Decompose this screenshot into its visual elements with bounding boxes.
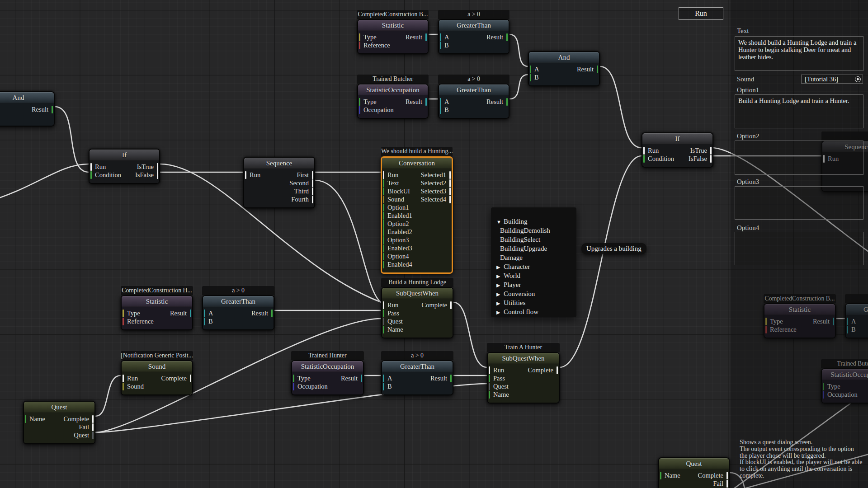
node-greaterthan-1[interactable]: a > 0GreaterThanAResultB [438,19,509,54]
menu-item-utilities[interactable]: ▶Utilities [491,298,576,307]
output-port-istrue[interactable] [710,147,712,155]
input-port-sound[interactable] [383,196,384,203]
node-header[interactable]: GreaterThan [439,20,509,31]
input-port-run[interactable] [383,171,384,179]
menu-item-conversion[interactable]: ▶Conversion [491,289,576,298]
node-header[interactable]: Conversation [382,158,452,169]
output-port-result[interactable] [361,375,362,382]
wire-bhl-tahrun[interactable] [453,302,487,367]
menu-item-damage[interactable]: Damage [491,253,576,262]
node-subquestwhen-1[interactable]: Build a Hunting LodgeSubQuestWhenRunComp… [381,287,453,338]
output-port-isfalse[interactable] [157,171,158,179]
input-port-a[interactable] [440,98,441,106]
node-header[interactable]: And [529,52,599,63]
input-port-enabled1[interactable] [383,212,384,220]
input-port-name[interactable] [660,472,661,479]
input-port-enabled4[interactable] [383,261,384,268]
node-header[interactable]: SubQuestWhen [488,353,559,364]
node-sequence-1[interactable]: SequenceRunFirstSecondThirdFourth [243,157,315,208]
output-port-third[interactable] [312,188,313,195]
node-header[interactable]: Sequence [244,158,314,169]
node-header[interactable]: And [0,92,54,103]
node-header[interactable]: StatisticOccupation [358,84,428,95]
input-port-condition[interactable] [90,171,92,179]
input-port-a[interactable] [530,66,531,73]
node-editor-canvas[interactable]: AndAResultBCompletedConstruction B...Sta… [0,0,868,488]
menu-item-world[interactable]: ▶World [491,271,576,280]
output-port-fourth[interactable] [312,196,313,203]
node-header[interactable]: StatisticOccupation [292,361,363,372]
input-port-pass[interactable] [489,375,490,382]
output-port-complete[interactable] [190,375,191,382]
node-header[interactable]: Quest [24,402,94,413]
option-input-1[interactable]: Build a Hunting Lodge and train a Hunter… [735,94,863,128]
output-port-selected2[interactable] [449,179,451,187]
input-port-blockui[interactable] [383,188,384,195]
input-port-quest[interactable] [383,318,384,325]
input-port-run[interactable] [123,375,124,382]
output-port-result[interactable] [271,310,273,317]
node-quest-1[interactable]: QuestNameCompleteFailQuest [23,401,95,444]
wire-and2-if2run[interactable] [600,66,642,148]
input-port-a[interactable] [204,310,205,317]
node-statisticoccupation-2[interactable]: Trained HunterStatisticOccupationTypeRes… [291,360,364,395]
input-port-name[interactable] [383,326,384,333]
node-greaterthan-2[interactable]: a > 0GreaterThanAResultB [438,84,509,119]
input-port-sound[interactable] [123,383,124,390]
input-port-b[interactable] [440,42,441,49]
node-header[interactable]: GreaterThan [439,84,509,95]
node-header[interactable]: Sound [122,361,192,372]
input-port-run[interactable] [489,366,490,374]
output-port-selected1[interactable] [449,171,451,179]
output-port-result[interactable] [506,98,508,106]
input-port-run[interactable] [643,147,645,155]
menu-item-building[interactable]: ▼Building [491,217,576,226]
output-port-result[interactable] [597,66,598,73]
output-port-result[interactable] [506,33,508,41]
node-statistic-2[interactable]: CompletedConstruction H...StatisticTypeR… [121,295,193,330]
node-header[interactable]: SubQuestWhen [382,288,453,299]
output-port-complete[interactable] [92,415,94,423]
output-port-selected4[interactable] [449,196,451,203]
node-greaterthan-4[interactable]: a > 0GreaterThanAResultB [381,360,453,395]
wire-seq1second-bhlrun[interactable] [315,180,381,302]
input-port-condition[interactable] [643,155,645,163]
node-header[interactable]: GreaterThan [203,296,274,307]
output-port-result[interactable] [190,310,191,317]
output-port-fail[interactable] [726,480,728,488]
output-port-fail[interactable] [92,423,94,431]
option-input-3[interactable] [735,186,863,220]
output-port-selected3[interactable] [449,188,451,195]
input-port-b[interactable] [204,318,205,325]
menu-item-player[interactable]: ▶Player [491,280,576,289]
input-port-type[interactable] [359,33,360,41]
input-port-pass[interactable] [383,310,384,317]
node-header[interactable]: Statistic [358,20,428,31]
input-port-a[interactable] [440,33,441,41]
input-port-a[interactable] [383,375,384,382]
input-port-occupation[interactable] [359,106,360,114]
node-and-2[interactable]: AndAResultB [528,51,600,86]
menu-item-buildingdemolish[interactable]: BuildingDemolish [491,226,576,235]
node-if-1[interactable]: IfRunIsTrueConditionIsFalse [89,149,160,184]
output-port-result[interactable] [425,33,427,41]
input-port-reference[interactable] [123,318,124,325]
node-statistic-1[interactable]: CompletedConstruction B...StatisticTypeR… [357,19,429,54]
node-header[interactable]: If [642,133,712,144]
wire-andleft-if1cond[interactable] [55,107,89,172]
node-statisticoccupation-1[interactable]: Trained ButcherStatisticOccupationTypeRe… [357,84,429,119]
input-port-b[interactable] [383,383,384,390]
input-port-type[interactable] [359,98,360,106]
input-port-type[interactable] [123,310,124,317]
node-header[interactable]: GreaterThan [382,361,453,372]
input-port-option1[interactable] [383,204,384,211]
input-port-b[interactable] [530,74,531,81]
input-port-enabled3[interactable] [383,244,384,252]
input-port-name[interactable] [25,415,26,423]
output-port-complete[interactable] [557,366,558,374]
run-button[interactable]: Run [679,7,723,20]
output-port-first[interactable] [312,171,313,179]
node-subquestwhen-2[interactable]: Train A HunterSubQuestWhenRunCompletePas… [487,352,560,404]
input-port-option4[interactable] [383,253,384,260]
output-port-result[interactable] [52,106,53,113]
